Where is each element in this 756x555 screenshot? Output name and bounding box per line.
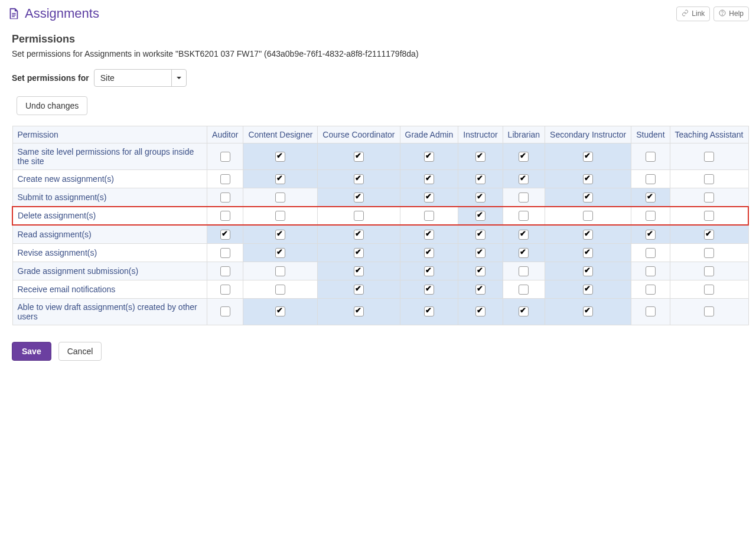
permission-checkbox[interactable]: [354, 266, 364, 276]
permission-checkbox[interactable]: [424, 174, 434, 184]
permission-checkbox[interactable]: [583, 266, 593, 276]
permission-checkbox[interactable]: [519, 230, 529, 240]
permission-checkbox[interactable]: [275, 192, 285, 203]
permission-checkbox[interactable]: [424, 230, 434, 240]
permission-label[interactable]: Same site level permissions for all grou…: [12, 143, 207, 170]
cancel-button[interactable]: Cancel: [58, 342, 102, 361]
permission-checkbox[interactable]: [704, 174, 714, 184]
undo-button[interactable]: Undo changes: [17, 96, 87, 115]
permission-checkbox[interactable]: [424, 152, 434, 162]
permission-checkbox[interactable]: [475, 152, 485, 162]
permission-checkbox[interactable]: [475, 248, 485, 258]
permission-checkbox[interactable]: [646, 285, 656, 295]
permission-checkbox[interactable]: [354, 230, 364, 240]
permission-checkbox[interactable]: [475, 266, 485, 276]
permission-checkbox[interactable]: [354, 285, 364, 295]
permission-checkbox[interactable]: [583, 306, 593, 316]
role-header[interactable]: Student: [631, 126, 670, 143]
permission-checkbox[interactable]: [275, 306, 285, 316]
permission-checkbox[interactable]: [475, 306, 485, 316]
permission-checkbox[interactable]: [220, 152, 230, 162]
permission-checkbox[interactable]: [424, 266, 434, 276]
permission-checkbox[interactable]: [354, 306, 364, 316]
permission-checkbox[interactable]: [519, 285, 529, 295]
permission-checkbox[interactable]: [704, 266, 714, 276]
permission-checkbox[interactable]: [704, 285, 714, 295]
permission-checkbox[interactable]: [704, 306, 714, 316]
permission-label[interactable]: Receive email notifications: [12, 280, 207, 298]
permission-checkbox[interactable]: [646, 174, 656, 184]
permission-checkbox[interactable]: [275, 248, 285, 258]
permission-checkbox[interactable]: [220, 230, 230, 240]
permission-checkbox[interactable]: [275, 152, 285, 162]
permission-checkbox[interactable]: [704, 211, 714, 221]
permission-checkbox[interactable]: [424, 306, 434, 316]
permission-checkbox[interactable]: [646, 306, 656, 316]
permission-checkbox[interactable]: [475, 285, 485, 295]
permission-checkbox[interactable]: [646, 230, 656, 240]
role-header[interactable]: Librarian: [503, 126, 545, 143]
permission-label[interactable]: Read assignment(s): [12, 225, 207, 243]
permission-checkbox[interactable]: [704, 230, 714, 240]
permission-checkbox[interactable]: [519, 248, 529, 258]
permission-checkbox[interactable]: [275, 230, 285, 240]
permission-checkbox[interactable]: [424, 248, 434, 258]
permission-checkbox[interactable]: [220, 192, 230, 203]
permission-checkbox[interactable]: [220, 248, 230, 258]
role-header[interactable]: Instructor: [458, 126, 503, 143]
permission-label[interactable]: Revise assignment(s): [12, 244, 207, 262]
permission-checkbox[interactable]: [519, 306, 529, 316]
permission-checkbox[interactable]: [424, 192, 434, 203]
permission-checkbox[interactable]: [704, 192, 714, 203]
permission-header[interactable]: Permission: [12, 126, 207, 143]
role-header[interactable]: Course Coordinator: [318, 126, 400, 143]
permission-checkbox[interactable]: [646, 192, 656, 203]
permission-checkbox[interactable]: [519, 211, 529, 221]
role-header[interactable]: Secondary Instructor: [545, 126, 631, 143]
permission-checkbox[interactable]: [475, 174, 485, 184]
permission-checkbox[interactable]: [275, 174, 285, 184]
permission-checkbox[interactable]: [519, 152, 529, 162]
permission-checkbox[interactable]: [475, 192, 485, 203]
permission-checkbox[interactable]: [583, 211, 593, 221]
permission-checkbox[interactable]: [583, 248, 593, 258]
permission-checkbox[interactable]: [646, 211, 656, 221]
permission-checkbox[interactable]: [519, 174, 529, 184]
role-header[interactable]: Teaching Assistant: [670, 126, 748, 143]
permission-checkbox[interactable]: [704, 152, 714, 162]
permission-checkbox[interactable]: [704, 248, 714, 258]
permission-checkbox[interactable]: [646, 248, 656, 258]
permission-checkbox[interactable]: [475, 211, 485, 221]
permission-checkbox[interactable]: [583, 174, 593, 184]
permission-checkbox[interactable]: [275, 285, 285, 295]
save-button[interactable]: Save: [12, 342, 51, 361]
permission-checkbox[interactable]: [354, 192, 364, 203]
permission-label[interactable]: Create new assignment(s): [12, 170, 207, 188]
permission-checkbox[interactable]: [646, 266, 656, 276]
permission-label[interactable]: Grade assignment submission(s): [12, 262, 207, 280]
permission-checkbox[interactable]: [583, 285, 593, 295]
permission-checkbox[interactable]: [519, 266, 529, 276]
permission-checkbox[interactable]: [220, 211, 230, 221]
permission-checkbox[interactable]: [220, 306, 230, 316]
permission-checkbox[interactable]: [519, 192, 529, 203]
permission-checkbox[interactable]: [475, 230, 485, 240]
help-button[interactable]: Help: [713, 6, 749, 21]
permission-checkbox[interactable]: [583, 152, 593, 162]
permission-checkbox[interactable]: [220, 285, 230, 295]
permission-label[interactable]: Submit to assignment(s): [12, 188, 207, 206]
link-button[interactable]: Link: [676, 6, 710, 21]
permission-checkbox[interactable]: [354, 248, 364, 258]
scope-select[interactable]: Site: [94, 69, 187, 87]
permission-checkbox[interactable]: [354, 174, 364, 184]
permission-checkbox[interactable]: [583, 192, 593, 203]
permission-checkbox[interactable]: [220, 266, 230, 276]
permission-checkbox[interactable]: [424, 211, 434, 221]
role-header[interactable]: Content Designer: [243, 126, 318, 143]
permission-checkbox[interactable]: [424, 285, 434, 295]
permission-checkbox[interactable]: [583, 230, 593, 240]
role-header[interactable]: Auditor: [207, 126, 243, 143]
permission-label[interactable]: Delete assignment(s): [12, 207, 207, 226]
role-header[interactable]: Grade Admin: [400, 126, 458, 143]
permission-checkbox[interactable]: [354, 211, 364, 221]
